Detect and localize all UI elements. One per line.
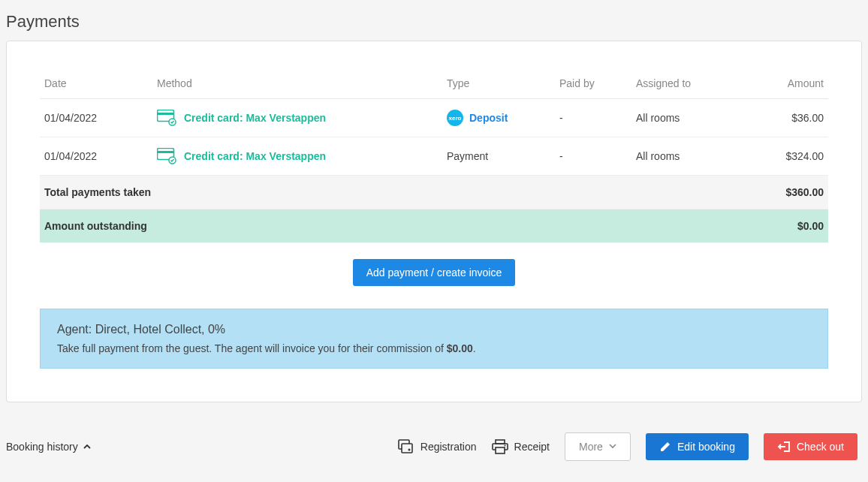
checkout-button[interactable]: Check out: [764, 433, 857, 460]
agent-info-commission: $0.00: [447, 342, 473, 354]
cell-paidby: -: [555, 99, 631, 137]
payments-card: Date Method Type Paid by Assigned to Amo…: [6, 41, 862, 402]
cell-assigned: All rooms: [631, 137, 744, 176]
svg-rect-4: [157, 151, 174, 153]
cell-paidby: -: [555, 137, 631, 176]
type-link[interactable]: Deposit: [469, 112, 508, 124]
edit-booking-label: Edit booking: [677, 441, 735, 453]
table-row: 01/04/2022 Credit card: [40, 137, 828, 176]
chevron-up-icon: [83, 442, 92, 451]
total-label: Total payments taken: [40, 176, 744, 209]
booking-history-label: Booking history: [6, 441, 78, 453]
registration-icon: [398, 439, 414, 454]
th-amount: Amount: [744, 68, 828, 99]
registration-button[interactable]: Registration: [398, 439, 477, 454]
outstanding-label: Amount outstanding: [40, 209, 744, 243]
method-link[interactable]: Credit card: Max Verstappen: [184, 112, 326, 124]
agent-info-panel: Agent: Direct, Hotel Collect, 0% Take fu…: [40, 309, 828, 369]
xero-icon: xero: [447, 110, 463, 126]
th-date: Date: [40, 68, 152, 99]
total-amount: $360.00: [744, 176, 828, 209]
credit-card-icon: [157, 110, 176, 126]
cell-type: xero Deposit: [442, 99, 555, 137]
svg-rect-7: [402, 444, 412, 453]
chevron-down-icon: [609, 442, 616, 450]
printer-icon: [492, 439, 508, 454]
cell-date: 01/04/2022: [40, 99, 152, 137]
page-title: Payments: [6, 12, 862, 32]
th-paidby: Paid by: [555, 68, 631, 99]
footer-bar: Booking history Registration: [6, 402, 862, 467]
more-label: More: [579, 441, 603, 453]
total-row: Total payments taken $360.00: [40, 176, 828, 209]
cell-amount: $324.00: [744, 137, 828, 176]
svg-point-8: [408, 449, 410, 451]
booking-history-toggle[interactable]: Booking history: [6, 441, 92, 453]
more-button[interactable]: More: [565, 432, 631, 461]
registration-label: Registration: [420, 441, 477, 453]
add-payment-button[interactable]: Add payment / create invoice: [353, 259, 516, 286]
svg-point-12: [504, 445, 505, 447]
cell-method: Credit card: Max Verstappen: [152, 99, 442, 137]
checkout-icon: [777, 441, 791, 453]
receipt-button[interactable]: Receipt: [492, 439, 550, 454]
cell-type: Payment: [442, 137, 555, 176]
table-row: 01/04/2022 Credit card: [40, 99, 828, 137]
agent-info-suffix: .: [473, 342, 476, 354]
cell-date: 01/04/2022: [40, 137, 152, 176]
th-assigned: Assigned to: [631, 68, 744, 99]
cell-assigned: All rooms: [631, 99, 744, 137]
method-link[interactable]: Credit card: Max Verstappen: [184, 150, 326, 162]
cell-amount: $36.00: [744, 99, 828, 137]
edit-booking-button[interactable]: Edit booking: [646, 433, 749, 460]
outstanding-row: Amount outstanding $0.00: [40, 209, 828, 243]
svg-rect-1: [157, 113, 174, 115]
pencil-icon: [659, 441, 671, 453]
receipt-label: Receipt: [514, 441, 550, 453]
cell-method: Credit card: Max Verstappen: [152, 137, 442, 176]
credit-card-icon: [157, 148, 176, 164]
svg-rect-11: [496, 447, 505, 453]
payments-table: Date Method Type Paid by Assigned to Amo…: [40, 68, 828, 243]
th-method: Method: [152, 68, 442, 99]
agent-info-title: Agent: Direct, Hotel Collect, 0%: [57, 323, 811, 336]
agent-info-body: Take full payment from the guest. The ag…: [57, 342, 811, 354]
th-type: Type: [442, 68, 555, 99]
agent-info-prefix: Take full payment from the guest. The ag…: [57, 342, 447, 354]
outstanding-amount: $0.00: [744, 209, 828, 243]
checkout-label: Check out: [797, 441, 844, 453]
